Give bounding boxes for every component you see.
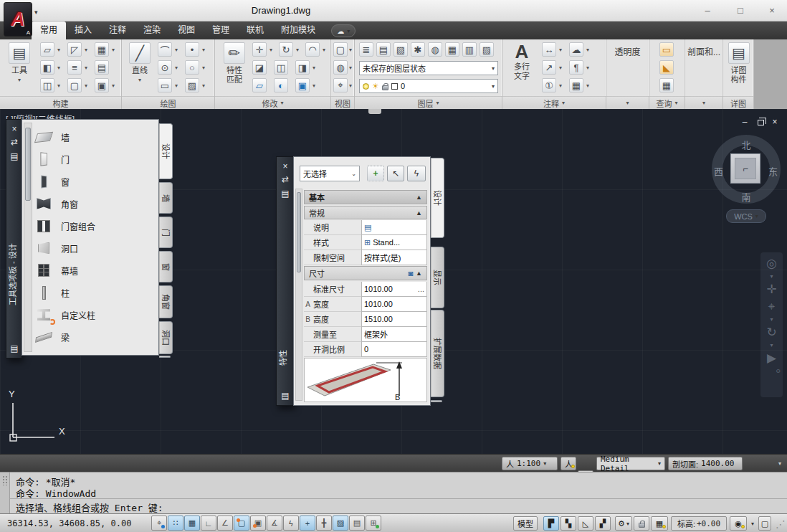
properties-scrollbar[interactable]: [295, 189, 302, 401]
palette-item-custom-column[interactable]: 自定义柱: [34, 305, 156, 325]
workspace-switching-button[interactable]: ⚙▾: [615, 516, 632, 531]
mass-element-button[interactable]: ▣: [95, 78, 109, 92]
layout-button[interactable]: ▛: [543, 516, 559, 531]
steering-wheel-icon[interactable]: ◎: [766, 257, 777, 271]
application-menu-caret-icon[interactable]: ▾: [34, 9, 38, 16]
table-caret-icon[interactable]: ▾: [584, 78, 591, 92]
tool-palette-scrollbar[interactable]: [24, 123, 32, 352]
ellipse-caret-icon[interactable]: ▾: [200, 60, 207, 75]
zoom-nav-caret-icon[interactable]: ▾: [770, 317, 773, 323]
space-caret-icon[interactable]: ▾: [82, 78, 90, 92]
rotate-caret-icon[interactable]: ▾: [294, 42, 301, 57]
viewport-restore-button[interactable]: [754, 118, 767, 128]
layer-unlock-icon[interactable]: [382, 85, 388, 90]
snap-mode-toggle[interactable]: ∷: [168, 516, 183, 531]
steering-wheel-caret-icon[interactable]: ▾: [770, 274, 773, 280]
view-cube-caret-icon[interactable]: ▾: [347, 42, 354, 57]
object-snap-toggle[interactable]: ▢: [234, 516, 249, 531]
line-caret-icon[interactable]: ▾: [138, 75, 141, 85]
properties-close-icon[interactable]: ×: [277, 161, 294, 171]
inquiry-panel-caret-icon[interactable]: ▾: [674, 100, 677, 106]
wall-edit-button[interactable]: ▱: [252, 78, 267, 92]
callout-bubble-caret-icon[interactable]: ▾: [557, 78, 564, 92]
tab-home[interactable]: 常用: [32, 22, 66, 39]
toolbar-lock-button[interactable]: [634, 516, 649, 531]
layer-unisolate-button[interactable]: ▧: [394, 42, 408, 57]
window-caret-icon[interactable]: ▾: [55, 78, 62, 92]
tab-insert[interactable]: 插入: [66, 22, 100, 39]
leader-button[interactable]: ↗: [542, 60, 556, 75]
quick-view-layouts-button[interactable]: ▞: [595, 516, 611, 531]
match-properties-big-button[interactable]: ✏ 特性 匹配: [219, 42, 250, 85]
mirror-caret-icon[interactable]: ▾: [310, 60, 318, 75]
panel-label-detail[interactable]: 详图: [723, 96, 753, 109]
detail-level-dropdown[interactable]: Medium Detail ▾: [596, 457, 665, 470]
palette-item-window[interactable]: 窗: [34, 171, 156, 191]
tool-palette-scroll-thumb[interactable]: [25, 128, 31, 201]
hatch-caret-icon[interactable]: ▾: [200, 78, 207, 92]
layer-state-dropdown[interactable]: 未保存的图层状态 ▾: [359, 61, 498, 75]
space-button[interactable]: ▢: [67, 78, 82, 92]
properties-tab-cascade[interactable]: [431, 400, 442, 402]
palette-item-door[interactable]: 门: [34, 149, 156, 169]
annotation-visibility-button[interactable]: 人: [561, 457, 576, 470]
stair-caret-icon[interactable]: ▾: [82, 60, 90, 75]
transparency-panel-caret-icon[interactable]: ▾: [626, 100, 629, 106]
wcs-dropdown[interactable]: WCS ▾: [726, 209, 766, 223]
rotate-button[interactable]: ↻: [279, 42, 293, 57]
tab-render[interactable]: 渲染: [135, 22, 169, 39]
window-button[interactable]: ◫: [40, 78, 54, 92]
selection-cycling-toggle[interactable]: ⊞: [366, 516, 381, 531]
dimension-button[interactable]: ↔: [542, 42, 556, 57]
property-row-bound-spaces[interactable]: 限制空间 按样式(是): [304, 250, 427, 265]
dimensions-display-icon[interactable]: ◙: [408, 269, 413, 277]
drawing-status-menu-caret-icon[interactable]: ▾: [778, 460, 781, 467]
palette-item-opening[interactable]: 洞口: [34, 238, 156, 258]
layer-dropdown[interactable]: ☀ 0 ▾: [359, 79, 498, 93]
standard-size-worksheet-button[interactable]: ...: [418, 285, 424, 293]
layers-panel-caret-icon[interactable]: ▾: [436, 100, 439, 106]
close-button[interactable]: ×: [761, 4, 783, 18]
polar-tracking-toggle[interactable]: ∠: [217, 516, 233, 531]
panel-label-transparency[interactable]: ▾: [606, 96, 649, 109]
dimension-caret-icon[interactable]: ▾: [557, 42, 564, 57]
viewcube-top-face[interactable]: ⌐: [730, 153, 760, 184]
palette-tab-cascade[interactable]: [159, 356, 171, 358]
status-menu-caret-icon[interactable]: ▾: [751, 521, 754, 527]
visual-style-button[interactable]: ◍: [333, 60, 348, 75]
stair-button[interactable]: ≡: [67, 60, 82, 75]
tab-annotate[interactable]: 注释: [100, 22, 135, 39]
object-edit-caret-icon[interactable]: ▾: [310, 78, 318, 92]
object-snap-tracking-toggle[interactable]: ∡: [267, 516, 282, 531]
viewcube-south-label[interactable]: 南: [712, 190, 781, 204]
layer-freeze-button[interactable]: ✱: [411, 42, 425, 57]
command-prompt[interactable]: 选择墙、格线组合或按 Enter 键:: [16, 500, 163, 514]
point-caret-icon[interactable]: ▾: [200, 42, 207, 57]
section-basic[interactable]: 基本▲: [304, 190, 427, 204]
ellipse-button[interactable]: ○: [185, 60, 199, 75]
tool-palette-close-icon[interactable]: ×: [6, 124, 22, 134]
modify-panel-caret-icon[interactable]: ▾: [280, 100, 283, 106]
tab-view[interactable]: 视图: [169, 22, 204, 39]
panel-label-layers[interactable]: 图层▾: [355, 96, 502, 109]
zoom-nav-icon[interactable]: ⌖: [768, 300, 776, 314]
lineweight-toggle[interactable]: ╋: [316, 516, 332, 531]
maximize-button[interactable]: □: [730, 4, 751, 18]
ceiling-grid-button[interactable]: ▤: [95, 60, 109, 75]
dimensions-collapse-icon[interactable]: ▲: [416, 270, 422, 277]
move-button[interactable]: ✛: [252, 42, 267, 57]
property-row-description[interactable]: 说明 ▤: [304, 220, 427, 235]
tab-addins[interactable]: 附加模块: [272, 22, 324, 39]
wall-flyout-caret-icon[interactable]: ▾: [55, 42, 62, 57]
layer-state-caret-icon[interactable]: ▾: [492, 65, 495, 72]
navigation-bar[interactable]: ◎ ▾ ✛ ⌖ ▾ ↻ ▾ ▶ ⊖: [760, 252, 783, 397]
revision-cloud-button[interactable]: ☁: [569, 42, 583, 57]
tools-big-button[interactable]: ▤ 工具 ▾: [4, 42, 34, 85]
property-row-standard-size[interactable]: 标准尺寸 1010.00...: [304, 282, 427, 297]
palette-tab-opening[interactable]: 洞口: [159, 321, 173, 354]
hardware-acceleration-button[interactable]: ▦: [651, 516, 668, 531]
description-icon[interactable]: ▤: [364, 223, 371, 232]
roof-slab-caret-icon[interactable]: ▾: [82, 42, 90, 57]
application-menu-button[interactable]: A A: [4, 2, 32, 37]
mtext-big-button[interactable]: A 多行 文字: [505, 41, 538, 81]
